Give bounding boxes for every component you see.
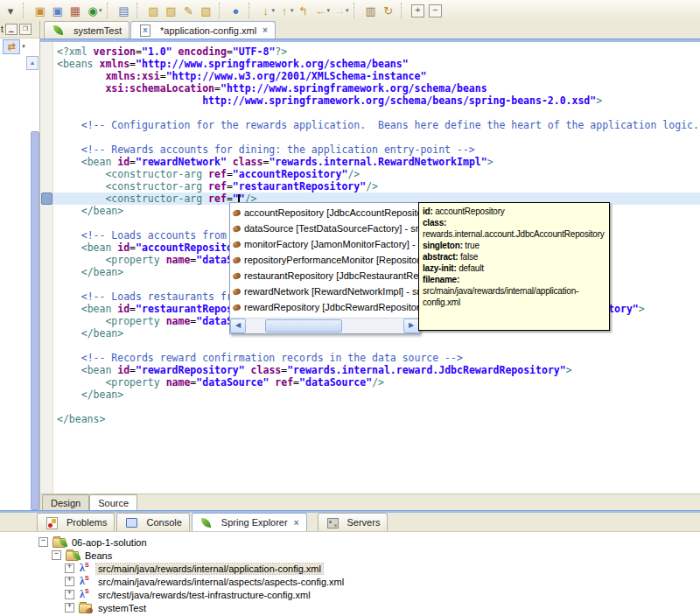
toggle-view-button[interactable]: ▥ xyxy=(362,2,380,19)
vertical-ruler[interactable] xyxy=(40,42,53,494)
completion-label: dataSource [TestDataSourceFactory] - src… xyxy=(244,223,419,234)
forward-button[interactable]: → xyxy=(331,2,348,19)
new-spring-project-button[interactable]: ▣ xyxy=(32,2,49,19)
code-line[interactable]: xsi:schemaLocation="http://www.springfra… xyxy=(53,82,700,94)
completion-item[interactable]: accountRepository [JdbcAccountRepository… xyxy=(230,205,419,220)
code-line[interactable]: </beans> xyxy=(53,413,700,425)
expand-icon[interactable]: + xyxy=(65,577,74,586)
spring-explorer-tree: −06-aop-1-solution−Beans+λSsrc/main/java… xyxy=(0,532,700,614)
hscroll-thumb[interactable] xyxy=(265,319,342,332)
expand-icon[interactable]: + xyxy=(65,590,74,599)
completion-item[interactable]: repositoryPerformanceMonitor [Repository… xyxy=(230,252,419,268)
scroll-right-icon[interactable]: ▶ xyxy=(403,318,419,333)
tab-systemtest[interactable]: systemTest xyxy=(44,21,130,38)
highlight-brush-button[interactable]: ✎ xyxy=(180,2,198,19)
tab-servers[interactable]: Servers xyxy=(318,513,388,531)
code-line[interactable]: <property name="dataSource" ref="dataSou… xyxy=(53,376,700,388)
completion-item[interactable]: monitorFactory [JamonMonitorFactory] - s… xyxy=(230,236,419,252)
tab-application-config-xml[interactable]: X*application-config.xml× xyxy=(130,21,276,38)
code-line[interactable]: <bean id="rewardNetwork" class="rewards.… xyxy=(53,156,700,168)
tree-item-src-test-java-rewards-test-infrastructure-config-xml[interactable]: +λSsrc/test/java/rewards/test-infrastruc… xyxy=(38,588,700,601)
tab-spring-explorer[interactable]: Spring Explorer× xyxy=(192,513,307,531)
code-line[interactable] xyxy=(53,401,700,413)
refresh-config-button[interactable]: ↻ xyxy=(380,2,397,19)
link-with-editor-icon[interactable]: ⇄ xyxy=(3,39,20,54)
collapse-all-button[interactable]: − xyxy=(427,2,444,19)
code-token: </bean> xyxy=(81,266,123,278)
tree-item-beans[interactable]: −Beans xyxy=(38,549,700,562)
code-line[interactable] xyxy=(53,131,700,144)
completion-item[interactable]: dataSource [TestDataSourceFactory] - src… xyxy=(230,220,419,236)
close-icon[interactable]: × xyxy=(262,25,268,35)
tab-label: Spring Explorer xyxy=(221,517,288,528)
code-token: <constructor-arg xyxy=(105,168,208,180)
code-line[interactable]: xmlns:xsi="http://www.w3.org/2001/XMLSch… xyxy=(53,70,700,82)
minimize-icon[interactable]: ▁ xyxy=(5,24,18,35)
bean-icon xyxy=(232,303,242,312)
tree-item-src-main-java-rewards-internal-aspects-aspects-config-xml[interactable]: +λSsrc/main/java/rewards/internal/aspect… xyxy=(38,575,700,588)
toolbar-overflow-chevron-button[interactable]: ▾ xyxy=(2,2,19,19)
code-token: = xyxy=(160,70,166,82)
popup-hscrollbar[interactable]: ◀ ▶ xyxy=(230,318,419,333)
code-line[interactable]: </bean> xyxy=(53,388,700,401)
open-type-button[interactable]: ▤ xyxy=(116,2,133,19)
bottom-panel: ProblemsConsoleSpring Explorer×Servers −… xyxy=(0,513,700,616)
code-line[interactable]: <bean id="rewardRepository" class="rewar… xyxy=(53,364,700,376)
code-line[interactable]: <!-- Records reward confirmation records… xyxy=(53,352,700,364)
code-line[interactable] xyxy=(53,107,700,119)
expand-icon[interactable]: + xyxy=(65,603,74,612)
scroll-left-icon[interactable]: ◀ xyxy=(230,318,246,333)
scrollbar-thumb[interactable] xyxy=(31,131,39,510)
tree-item-src-main-java-rewards-internal-application-config-xml[interactable]: +λSsrc/main/java/rewards/internal/applic… xyxy=(38,562,700,575)
new-package-button[interactable]: ▦ xyxy=(66,2,84,19)
tab-design[interactable]: Design xyxy=(42,494,89,510)
code-token xyxy=(57,192,105,205)
current-line-marker xyxy=(41,192,52,205)
last-edit-location-button[interactable]: ↰ xyxy=(295,2,312,19)
code-line[interactable]: http://www.springframework.org/schema/be… xyxy=(53,94,700,107)
close-icon[interactable]: × xyxy=(294,518,299,528)
expand-icon[interactable]: + xyxy=(65,564,74,573)
code-token: > xyxy=(566,364,572,376)
console-icon xyxy=(124,517,140,528)
code-line[interactable]: <?xml version="1.0" encoding="UTF-8"?> xyxy=(53,46,700,58)
new-java-project-button[interactable]: ▣ xyxy=(49,2,66,19)
expand-all-button[interactable]: + xyxy=(410,2,427,19)
tab-source[interactable]: Source xyxy=(89,494,137,510)
code-token: <bean xyxy=(81,364,118,376)
maximize-icon[interactable]: ❐ xyxy=(19,24,32,35)
import-dropdown-icon[interactable]: ▾ xyxy=(272,7,276,14)
refresh-config-icon: ↻ xyxy=(383,4,393,18)
code-line[interactable] xyxy=(53,340,700,352)
tab-console[interactable]: Console xyxy=(116,513,189,531)
scroll-up-icon[interactable]: ▲ xyxy=(26,56,38,70)
code-token: = xyxy=(130,156,136,168)
bean-icon xyxy=(232,208,242,217)
open-resource-blue-button[interactable]: ▨ xyxy=(163,2,180,19)
collapse-icon[interactable]: − xyxy=(38,537,48,547)
code-line[interactable]: <!-- Configuration for the rewards appli… xyxy=(53,119,700,131)
tree-item-systemtest[interactable]: +systemTest xyxy=(38,601,700,614)
tab-problems[interactable]: Problems xyxy=(37,513,115,531)
code-line[interactable]: <constructor-arg ref="accountRepository"… xyxy=(53,168,700,180)
tree-item-06-aop-1-solution[interactable]: −06-aop-1-solution xyxy=(38,536,700,549)
run-dropdown-icon[interactable]: ▾ xyxy=(99,7,102,14)
open-folder-button[interactable]: ▧ xyxy=(198,2,215,19)
export-dropdown-icon[interactable]: ▾ xyxy=(290,7,294,14)
back-dropdown-icon[interactable]: ▾ xyxy=(327,7,331,14)
view-menu-icon[interactable]: ▼ xyxy=(21,44,26,49)
code-token: id xyxy=(117,303,130,315)
open-resource-purple-button[interactable]: ▨ xyxy=(145,2,163,19)
code-line[interactable]: <constructor-arg ref="restaurantReposito… xyxy=(53,180,700,192)
code-line[interactable]: <beans xmlns="http://www.springframework… xyxy=(53,58,700,70)
code-token xyxy=(57,229,81,242)
completion-item[interactable]: restaurantRepository [JdbcRestaurantRepo… xyxy=(230,268,419,284)
web-browser-button[interactable]: ● xyxy=(228,2,245,19)
completion-item[interactable]: rewardNetwork [RewardNetworkImpl] - src/… xyxy=(230,284,419,299)
tree-item-label: 06-aop-1-solution xyxy=(70,537,149,548)
code-token xyxy=(57,156,81,168)
completion-item[interactable]: rewardRepository [JdbcRewardRepository] … xyxy=(230,299,419,315)
code-token xyxy=(57,254,105,266)
code-line[interactable]: <!-- Rewards accounts for dining: the ap… xyxy=(53,144,700,156)
collapse-icon[interactable]: − xyxy=(52,550,61,560)
